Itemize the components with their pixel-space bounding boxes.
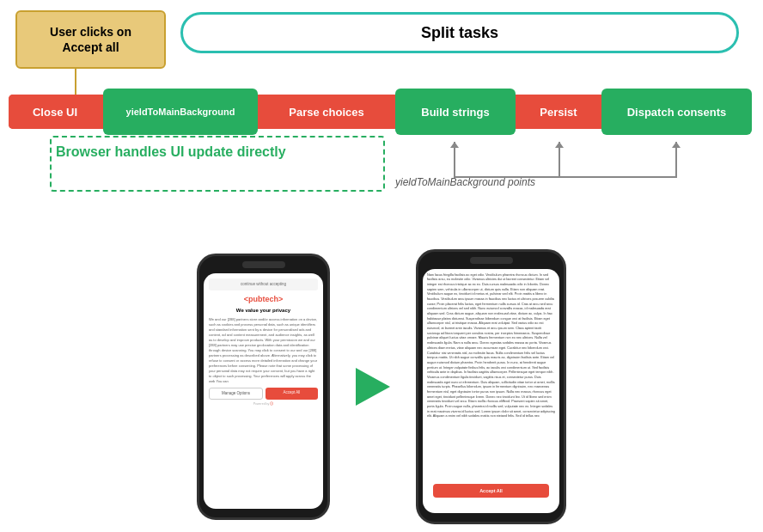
split-tasks-oval: Split tasks bbox=[180, 12, 739, 53]
phone-consent: continue without accepting <pubtech> We … bbox=[197, 254, 330, 520]
phones-area: continue without accepting <pubtech> We … bbox=[0, 241, 763, 532]
seg-parse-choices: Parse choices bbox=[263, 95, 390, 129]
phone-screen-1: continue without accepting <pubtech> We … bbox=[204, 273, 323, 509]
consent-header: continue without accepting bbox=[209, 278, 318, 290]
user-clicks-label: User clicks on Accept all bbox=[50, 24, 131, 55]
doc-content: Nam lacus fringilla facilisis ac eget od… bbox=[423, 269, 559, 425]
arrow-up-build bbox=[454, 142, 455, 178]
arrow-right-icon bbox=[356, 368, 390, 406]
accept-all-button[interactable]: Accept All bbox=[266, 388, 318, 400]
phone-notch-2 bbox=[470, 257, 513, 264]
yield-to-main-box-build: Build strings bbox=[395, 89, 516, 135]
consent-title: We value your privacy bbox=[209, 307, 318, 314]
doc-accept-btn[interactable]: Accept All bbox=[433, 484, 549, 498]
user-clicks-box: User clicks on Accept all bbox=[15, 10, 166, 69]
manage-options-button[interactable]: Manage Options bbox=[209, 388, 263, 400]
arrow-up-persist bbox=[559, 142, 560, 178]
consent-body: We and our [288] partners store and/or a… bbox=[209, 317, 318, 384]
phone-transition-arrow bbox=[347, 370, 399, 404]
consent-footer: Powered by ⓘ bbox=[209, 402, 318, 407]
consent-buttons: Manage Options Accept All bbox=[209, 388, 318, 400]
arrow-bottom-line bbox=[454, 176, 677, 178]
browser-handles-label: Browser handles UI update directly bbox=[56, 143, 365, 162]
consent-ui: continue without accepting <pubtech> We … bbox=[204, 273, 323, 412]
diagram-area: User clicks on Accept all Split tasks Cl… bbox=[0, 0, 763, 232]
yield-to-main-box-dispatch: Dispatch consents bbox=[601, 89, 752, 135]
split-tasks-label: Split tasks bbox=[421, 24, 498, 42]
phone-screen-2: Nam lacus fringilla facilisis ac eget od… bbox=[423, 269, 559, 513]
seg-persist: Persist bbox=[521, 95, 596, 129]
seg-close-ui: Close UI bbox=[9, 95, 101, 129]
yield-to-main-box-1: yieldToMainBackground bbox=[103, 89, 258, 135]
consent-brand: <pubtech> bbox=[209, 294, 318, 305]
yield-points-label: yieldToMainBackground points bbox=[395, 176, 535, 188]
phone-document: Nam lacus fringilla facilisis ac eget od… bbox=[416, 249, 566, 524]
phone-notch-1 bbox=[242, 261, 285, 268]
arrow-up-dispatch bbox=[675, 142, 677, 178]
